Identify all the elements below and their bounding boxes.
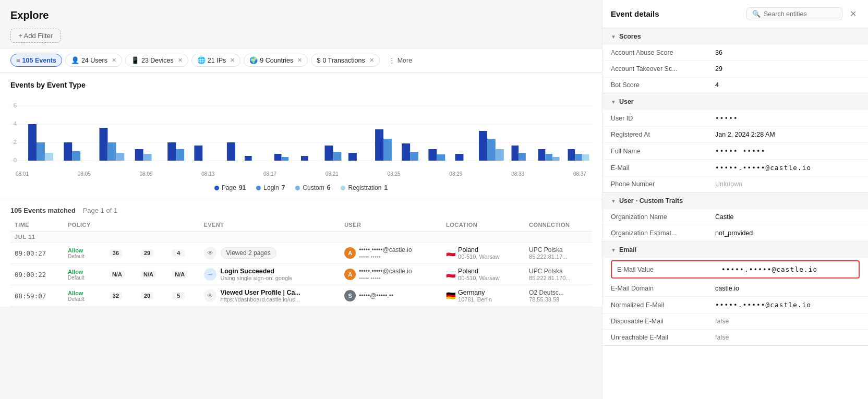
panel-row-email: E-Mail •••••.•••••@castle.io — [602, 160, 868, 176]
panel-row-abuse-score: Account Abuse Score 36 — [602, 45, 868, 61]
svg-rect-44 — [568, 149, 575, 161]
score-1: 36 — [105, 243, 137, 264]
login-icon: → — [204, 268, 216, 281]
svg-text:2: 2 — [14, 139, 17, 145]
svg-rect-24 — [281, 157, 288, 161]
svg-rect-36 — [479, 131, 487, 161]
chart-section: Events by Event Type 6 4 2 0 — [0, 72, 602, 200]
event-location: 🇩🇪 Germany 10781, Berlin — [442, 285, 525, 307]
transactions-close-icon[interactable]: ✕ — [369, 57, 374, 64]
svg-rect-42 — [545, 154, 552, 161]
transactions-label: 0 Transactions — [322, 57, 365, 64]
event-policy: Allow Default — [64, 285, 105, 307]
legend-custom-dot — [295, 186, 300, 190]
panel-row-takeover-score: Account Takeover Sc... 29 — [602, 61, 868, 77]
users-icon: 👤 — [71, 56, 79, 64]
scores-section-title: Scores — [619, 33, 641, 40]
email-section-title: Email — [619, 246, 636, 253]
legend-custom: Custom 6 — [295, 184, 330, 191]
table-row[interactable]: 09:00:22 Allow Default N/A N/A N/A → Log… — [10, 264, 592, 285]
legend-page: Page 91 — [214, 184, 246, 191]
panel-row-userid: User ID ••••• — [602, 110, 868, 127]
filter-chip-countries[interactable]: 🌍 9 Countries ✕ — [244, 54, 308, 67]
col-event: Event — [200, 219, 341, 232]
events-label: 105 Events — [22, 57, 56, 64]
svg-rect-21 — [227, 142, 235, 161]
search-input[interactable] — [764, 10, 837, 18]
more-label: More — [397, 57, 412, 64]
panel-search-box[interactable]: 🔍 — [746, 7, 842, 20]
panel-row-fullname: Full Name ••••• ••••• — [602, 143, 868, 160]
svg-rect-22 — [245, 156, 252, 161]
filter-bar: ≡ 105 Events 👤 24 Users ✕ 📱 23 Devices ✕… — [0, 48, 602, 72]
flag-icon: 🇵🇱 — [446, 270, 456, 279]
events-table: Time Policy Event User Location Connecti… — [10, 219, 592, 307]
ips-close-icon[interactable]: ✕ — [230, 57, 235, 64]
panel-row-org-estimate: Organization Estimat... not_provided — [602, 225, 868, 241]
email-section-header[interactable]: ▼ Email — [602, 241, 868, 258]
col-policy: Policy — [64, 219, 105, 232]
filter-chip-users[interactable]: 👤 24 Users ✕ — [65, 54, 122, 67]
score-2: 29 — [137, 243, 168, 264]
panel-row-email-value-wrapper: E-Mail Value •••••.•••••@castle.io — [611, 260, 860, 279]
devices-close-icon[interactable]: ✕ — [178, 57, 183, 64]
event-connection: O2 Deutsc... 78.55.38.59 — [525, 285, 592, 307]
user-section-header[interactable]: ▼ User — [602, 93, 868, 110]
page-title: Explore — [10, 9, 592, 21]
filter-chip-devices[interactable]: 📱 23 Devices ✕ — [125, 54, 188, 67]
svg-rect-19 — [176, 149, 184, 161]
user-avatar: S — [344, 290, 356, 301]
email-caret-icon: ▼ — [611, 247, 616, 253]
ips-label: 21 IPs — [208, 57, 226, 64]
countries-label: 9 Countries — [260, 57, 293, 64]
more-button[interactable]: ⋮ More — [383, 54, 418, 67]
event-cell: → Login Succeeded Using single sign-on: … — [200, 264, 341, 285]
filter-chip-events[interactable]: ≡ 105 Events — [10, 54, 62, 67]
legend-page-dot — [214, 186, 219, 190]
events-section: 105 Events matched Page 1 of 1 Time Poli… — [0, 200, 602, 307]
event-user: S •••••@•••••.•• — [340, 285, 442, 307]
filter-chip-transactions[interactable]: $ 0 Transactions ✕ — [311, 54, 380, 67]
event-viewed-tag: Viewed 2 pages — [221, 247, 276, 259]
countries-close-icon[interactable]: ✕ — [297, 57, 302, 64]
panel-row-bot-score: Bot Score 4 — [602, 77, 868, 93]
event-user: A •••••.•••••@castle.io ••••• ••••• — [340, 243, 442, 264]
events-summary: 105 Events matched Page 1 of 1 — [10, 200, 592, 219]
custom-traits-section-header[interactable]: ▼ User - Custom Traits — [602, 192, 868, 209]
col-score2 — [137, 219, 168, 232]
col-score3 — [168, 219, 199, 232]
custom-traits-title: User - Custom Traits — [619, 197, 683, 204]
svg-text:0: 0 — [14, 158, 17, 163]
score-3: N/A — [168, 264, 199, 285]
svg-rect-9 — [37, 142, 45, 161]
table-row[interactable]: 08:59:07 Allow Default 32 20 5 👁 Viewed … — [10, 285, 592, 307]
user-section-title: User — [619, 98, 634, 105]
devices-label: 23 Devices — [141, 57, 174, 64]
scores-section-header[interactable]: ▼ Scores — [602, 28, 868, 45]
add-filter-button[interactable]: + Add Filter — [10, 29, 61, 43]
view-icon: 👁 — [204, 289, 216, 302]
col-connection: Connection — [525, 219, 592, 232]
table-row[interactable]: 09:00:27 Allow Default 36 29 4 👁 Viewed … — [10, 243, 592, 264]
svg-rect-15 — [116, 153, 124, 161]
event-policy: Allow Default — [64, 243, 105, 264]
col-score1 — [105, 219, 137, 232]
event-location: 🇵🇱 Poland 00-510, Warsaw — [442, 243, 525, 264]
col-location: Location — [442, 219, 525, 232]
svg-rect-17 — [143, 154, 152, 161]
panel-close-button[interactable]: ✕ — [847, 8, 860, 20]
panel-user-section: ▼ User User ID ••••• Registered At Jan 2… — [602, 93, 868, 192]
panel-title: Event details — [611, 9, 659, 18]
event-cell: 👁 Viewed 2 pages — [200, 243, 341, 264]
chart-legend: Page 91 Login 7 Custom 6 Registration 1 — [10, 184, 592, 191]
event-policy: Allow Default — [64, 264, 105, 285]
filter-chip-ips[interactable]: 🌐 21 IPs ✕ — [191, 54, 240, 67]
event-user: A •••••.•••••@castle.io ••••• ••••• — [340, 264, 442, 285]
flag-icon: 🇩🇪 — [446, 291, 456, 300]
view-icon: 👁 — [204, 247, 216, 259]
svg-rect-10 — [45, 153, 53, 161]
svg-rect-32 — [410, 152, 418, 161]
event-details-panel: Event details 🔍 ✕ ▼ Scores Account Abuse… — [602, 0, 868, 399]
svg-rect-40 — [519, 153, 526, 161]
users-close-icon[interactable]: ✕ — [112, 57, 116, 64]
